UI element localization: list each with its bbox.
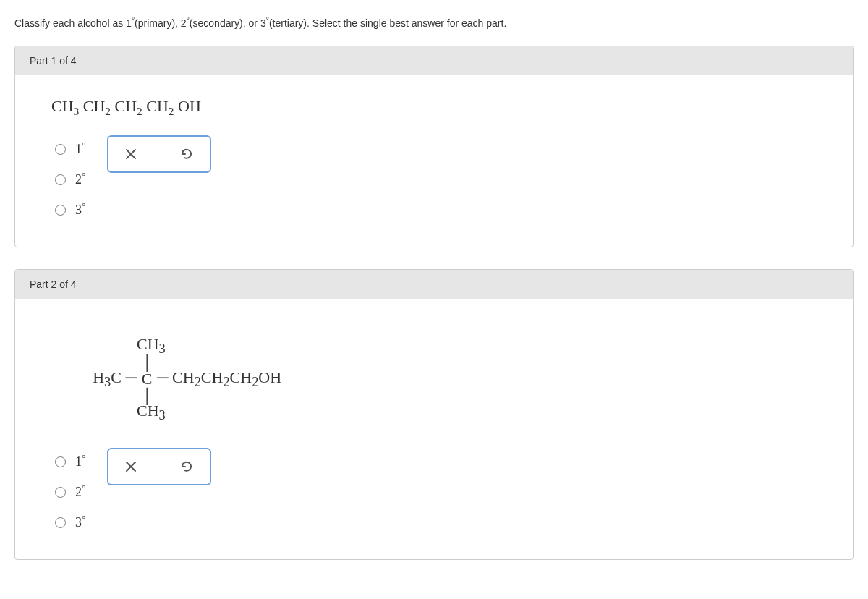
option-label: 1° <box>75 452 85 470</box>
reset-button[interactable] <box>176 144 197 164</box>
part-2-option-3[interactable]: 3° <box>51 513 85 530</box>
option-label: 3° <box>75 513 85 530</box>
option-label: 1° <box>75 140 85 157</box>
part-1-options: 1° 2° 3° <box>51 140 85 218</box>
part-1-formula: CH3 CH2 CH2 CH2 OH <box>51 97 817 118</box>
part-2-options: 1° 2° 3° <box>51 452 85 530</box>
part-2-radio-1[interactable] <box>55 456 66 467</box>
part-2-header: Part 2 of 4 <box>15 270 853 299</box>
clear-button[interactable] <box>122 145 140 163</box>
part-1-option-2[interactable]: 2° <box>51 170 85 187</box>
undo-icon <box>179 459 194 474</box>
undo-icon <box>179 147 194 161</box>
x-icon <box>124 460 137 473</box>
clear-button[interactable] <box>122 457 140 476</box>
part-2-toolbar <box>107 448 211 485</box>
option-label: 2° <box>75 483 85 500</box>
part-1-radio-2[interactable] <box>55 174 66 185</box>
question-prompt: Classify each alcohol as 1°(primary), 2°… <box>14 14 854 31</box>
part-1: Part 1 of 4 CH3 CH2 CH2 CH2 OH 1° 2° 3° <box>14 46 854 247</box>
part-2-radio-3[interactable] <box>55 517 66 528</box>
part-2-option-2[interactable]: 2° <box>51 483 85 500</box>
option-label: 2° <box>75 170 85 187</box>
part-1-header: Part 1 of 4 <box>15 46 853 75</box>
x-icon <box>124 148 137 161</box>
part-1-option-3[interactable]: 3° <box>51 200 85 218</box>
part-1-option-1[interactable]: 1° <box>51 140 85 157</box>
part-1-radio-1[interactable] <box>55 144 66 155</box>
part-1-radio-3[interactable] <box>55 205 66 216</box>
part-2-radio-2[interactable] <box>55 487 66 498</box>
option-label: 3° <box>75 200 85 218</box>
part-2: Part 2 of 4 CH3 │ H3C ─ C ─ CH2CH2CH2OH … <box>14 269 854 560</box>
part-2-formula: CH3 │ H3C ─ C ─ CH2CH2CH2OH │ CH3 <box>80 335 817 423</box>
part-1-toolbar <box>107 135 211 173</box>
part-2-option-1[interactable]: 1° <box>51 452 85 470</box>
reset-button[interactable] <box>176 456 197 477</box>
